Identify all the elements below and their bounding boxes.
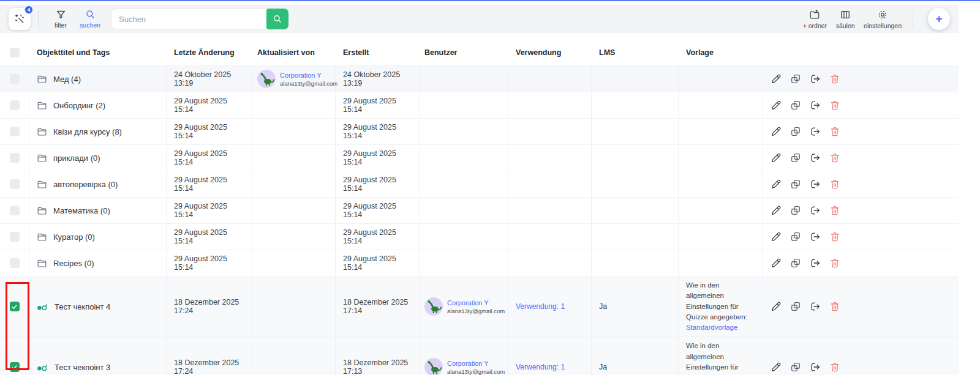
delete-icon[interactable] (829, 126, 840, 137)
object-title[interactable]: автоперевірка (0) (53, 180, 118, 189)
search-submit-button[interactable] (266, 9, 288, 29)
edit-icon[interactable] (771, 231, 782, 242)
delete-icon[interactable] (829, 205, 840, 216)
edit-icon[interactable] (771, 362, 782, 373)
row-checkbox[interactable] (10, 100, 20, 110)
columns-button[interactable]: säulen (831, 9, 860, 29)
add-new-button[interactable]: + (928, 8, 950, 30)
usage-link[interactable]: Verwendung: 1 (516, 363, 565, 371)
last-modified-date: 18 Dezember 2025 17:24 (174, 358, 244, 375)
object-title[interactable]: Математика (0) (53, 206, 110, 215)
top-accent-line (0, 0, 980, 1)
move-icon[interactable] (810, 126, 821, 137)
object-title[interactable]: приклади (0) (53, 154, 100, 163)
object-title[interactable]: Мед (4) (53, 75, 81, 84)
search-submit-icon (273, 14, 282, 24)
created-date: 29 August 2025 15:14 (343, 97, 412, 114)
delete-icon[interactable] (829, 301, 840, 312)
last-modified-date: 29 August 2025 15:14 (174, 254, 244, 272)
user-name-link[interactable]: Corporation Y (280, 72, 337, 79)
edit-icon[interactable] (771, 100, 782, 111)
row-checkbox[interactable] (10, 153, 20, 163)
object-title[interactable]: Куратор (0) (53, 232, 95, 242)
object-title[interactable]: Онбординг (2) (53, 101, 105, 110)
duplicate-icon[interactable] (790, 126, 801, 137)
row-checkbox[interactable] (10, 302, 20, 311)
filter-button[interactable]: filter (46, 9, 75, 29)
row-checkbox[interactable] (10, 179, 20, 189)
table-row[interactable]: Тест чекпоінт 3 18 Dezember 2025 17:24 (0, 336, 959, 375)
template-link[interactable]: Standardvorlage (686, 324, 737, 331)
table-row[interactable]: Тест чекпоінт 4 18 Dezember 2025 17:24 (0, 276, 959, 336)
header-usage: Verwendung (508, 48, 592, 57)
header-modified: Letzte Änderung (167, 48, 252, 57)
duplicate-icon[interactable] (790, 258, 801, 269)
table-row[interactable]: Квізи для курсу (8) 29 August 2025 15:14 (0, 118, 959, 144)
row-checkbox[interactable] (10, 362, 20, 372)
edit-icon[interactable] (771, 73, 782, 84)
duplicate-icon[interactable] (790, 301, 801, 312)
row-checkbox[interactable] (10, 74, 20, 84)
delete-icon[interactable] (829, 362, 840, 373)
delete-icon[interactable] (829, 258, 840, 269)
delete-icon[interactable] (829, 152, 840, 163)
row-checkbox[interactable] (10, 258, 20, 268)
duplicate-icon[interactable] (790, 362, 801, 373)
duplicate-icon[interactable] (790, 152, 801, 163)
row-checkbox[interactable] (10, 127, 20, 136)
search-input[interactable] (111, 9, 266, 29)
delete-icon[interactable] (829, 179, 840, 190)
settings-button[interactable]: einstellungen (860, 9, 905, 29)
object-title[interactable]: Recipes (0) (53, 259, 94, 268)
object-title[interactable]: Тест чекпоінт 4 (55, 302, 110, 311)
object-title[interactable]: Тест чекпоінт 3 (55, 363, 110, 372)
move-icon[interactable] (810, 362, 821, 373)
duplicate-icon[interactable] (790, 179, 801, 190)
move-icon[interactable] (810, 205, 821, 216)
move-icon[interactable] (810, 231, 821, 242)
user-name-link[interactable]: Corporation Y (447, 360, 505, 367)
duplicate-icon[interactable] (790, 205, 801, 216)
edit-icon[interactable] (771, 152, 782, 163)
user-name-link[interactable]: Corporation Y (447, 299, 505, 306)
edit-icon[interactable] (771, 301, 782, 312)
delete-icon[interactable] (829, 73, 840, 84)
table-row[interactable]: автоперевірка (0) 29 August 2025 15:14 (0, 171, 959, 197)
user-email: alana13ty@gmail.com (280, 80, 337, 87)
delete-icon[interactable] (829, 231, 840, 242)
object-title[interactable]: Квізи для курсу (8) (53, 127, 122, 136)
toolbar: 4 filter suchen (0, 5, 959, 33)
magic-wand-icon (14, 13, 26, 25)
table-row[interactable]: Мед (4) 24 Oktober 2025 13:19 (0, 65, 959, 92)
move-icon[interactable] (810, 301, 821, 312)
duplicate-icon[interactable] (790, 231, 801, 242)
header-created: Erstellt (336, 48, 420, 57)
table-row[interactable]: Куратор (0) 29 August 2025 15:14 (0, 223, 959, 250)
magic-wand-button[interactable]: 4 (9, 8, 31, 30)
move-icon[interactable] (810, 73, 821, 84)
table-row[interactable]: приклади (0) 29 August 2025 15:14 (0, 144, 959, 171)
move-icon[interactable] (810, 100, 821, 111)
edit-icon[interactable] (771, 205, 782, 216)
move-icon[interactable] (810, 179, 821, 190)
created-date: 29 August 2025 15:14 (343, 176, 412, 193)
table-row[interactable]: Математика (0) 29 August 2025 15:14 (0, 197, 959, 223)
edit-icon[interactable] (771, 179, 782, 190)
last-modified-date: 29 August 2025 15:14 (174, 97, 244, 114)
table-row[interactable]: Recipes (0) 29 August 2025 15:14 (0, 250, 959, 276)
move-icon[interactable] (810, 152, 821, 163)
select-all-checkbox[interactable] (10, 48, 20, 58)
move-icon[interactable] (810, 258, 821, 269)
row-checkbox[interactable] (10, 232, 20, 242)
edit-icon[interactable] (771, 258, 782, 269)
duplicate-icon[interactable] (790, 100, 801, 111)
delete-icon[interactable] (829, 100, 840, 111)
duplicate-icon[interactable] (790, 73, 801, 84)
search-toggle-button[interactable]: suchen (75, 9, 105, 29)
add-folder-button[interactable]: + ordner (799, 9, 831, 29)
row-checkbox[interactable] (10, 206, 20, 215)
table-row[interactable]: Онбординг (2) 29 August 2025 15:14 (0, 92, 959, 118)
usage-link[interactable]: Verwendung: 1 (516, 302, 565, 311)
edit-icon[interactable] (771, 126, 782, 137)
header-title: Objekttitel und Tags (29, 48, 167, 57)
